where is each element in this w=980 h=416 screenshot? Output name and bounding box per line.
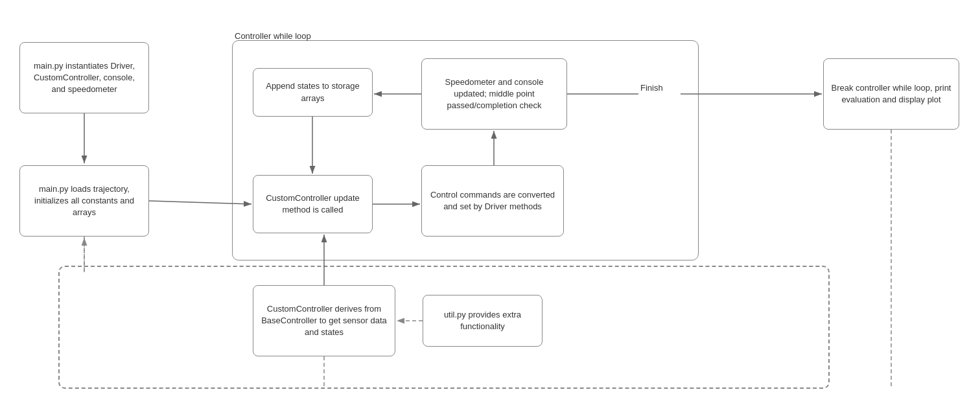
- box-append-states: Append states to storage arrays: [253, 68, 373, 117]
- box-control-commands: Control commands are converted and set b…: [421, 165, 564, 237]
- box-util-py-text: util.py provides extra functionality: [430, 309, 535, 332]
- box-main-instantiates-text: main.py instantiates Driver, CustomContr…: [27, 60, 142, 96]
- box-custom-update: CustomController update method is called: [253, 175, 373, 233]
- diagram-container: Controller while loop main.py instantiat…: [0, 0, 980, 416]
- box-break-controller: Break controller while loop, print evalu…: [823, 58, 959, 130]
- box-speedometer-text: Speedometer and console updated; middle …: [428, 76, 560, 112]
- box-main-loads-text: main.py loads trajectory, initializes al…: [27, 183, 142, 219]
- box-append-states-text: Append states to storage arrays: [260, 80, 366, 104]
- box-speedometer: Speedometer and console updated; middle …: [421, 58, 567, 130]
- box-util-py: util.py provides extra functionality: [423, 295, 542, 347]
- finish-label: Finish: [640, 83, 663, 93]
- box-custom-update-text: CustomController update method is called: [260, 192, 366, 216]
- box-custom-derives-text: CustomController derives from BaseContro…: [260, 303, 388, 339]
- controller-loop-label: Controller while loop: [235, 31, 311, 41]
- box-break-controller-text: Break controller while loop, print evalu…: [830, 82, 952, 106]
- box-custom-derives: CustomController derives from BaseContro…: [253, 285, 395, 356]
- box-control-commands-text: Control commands are converted and set b…: [428, 189, 557, 213]
- box-main-loads: main.py loads trajectory, initializes al…: [19, 165, 149, 237]
- box-main-instantiates: main.py instantiates Driver, CustomContr…: [19, 42, 149, 113]
